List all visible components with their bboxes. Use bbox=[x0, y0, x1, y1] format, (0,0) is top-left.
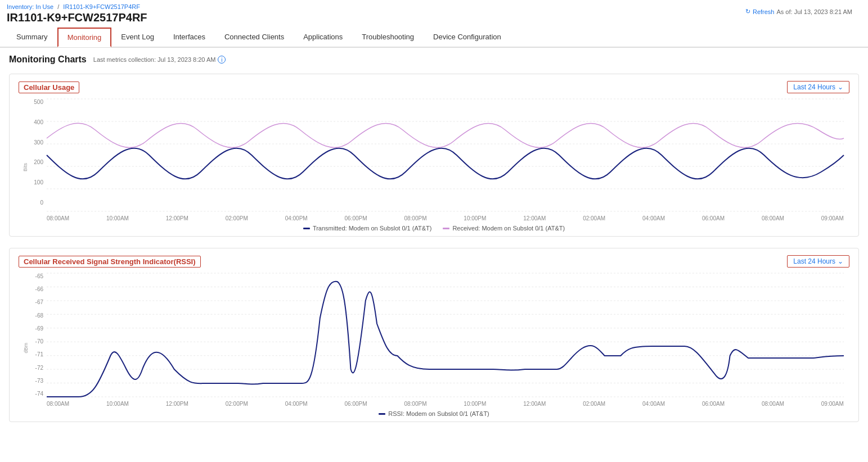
breadcrumb-inventory[interactable]: Inventory: In Use bbox=[7, 3, 53, 10]
page-wrapper: Inventory: In Use / IR1101-K9+FCW2517P4R… bbox=[0, 0, 868, 462]
chevron-down-icon-2: ⌄ bbox=[838, 257, 843, 265]
info-icon[interactable]: i bbox=[218, 56, 226, 64]
tab-applications[interactable]: Applications bbox=[294, 28, 352, 47]
legend-rssi: RSSI: Modem on Subslot 0/1 (AT&T) bbox=[379, 410, 489, 417]
tab-summary[interactable]: Summary bbox=[7, 28, 57, 47]
breadcrumb-sep1: / bbox=[57, 3, 59, 10]
main-content: Monitoring Charts Last metrics collectio… bbox=[0, 48, 868, 440]
chart-legend-2: RSSI: Modem on Subslot 0/1 (AT&T) bbox=[19, 410, 849, 417]
metrics-text: Last metrics collection: Jul 13, 2023 8:… bbox=[93, 56, 216, 63]
rssi-line bbox=[47, 282, 844, 397]
top-bar: Inventory: In Use / IR1101-K9+FCW2517P4R… bbox=[0, 0, 868, 47]
x-axis-labels-1: 08:00AM 10:00AM 12:00PM 02:00PM 04:00PM … bbox=[47, 215, 844, 221]
legend-dot-rssi bbox=[379, 413, 385, 415]
legend-dot-transmitted bbox=[303, 228, 310, 229]
time-selector-label-2: Last 24 Hours bbox=[793, 257, 835, 265]
breadcrumb: Inventory: In Use / IR1101-K9+FCW2517P4R… bbox=[7, 3, 861, 10]
legend-label-rssi: RSSI: Modem on Subslot 0/1 (AT&T) bbox=[388, 410, 489, 417]
refresh-bar: ↻ Refresh As of: Jul 13, 2023 8:21 AM bbox=[745, 8, 852, 15]
tab-monitoring[interactable]: Monitoring bbox=[57, 28, 112, 47]
rssi-time-selector[interactable]: Last 24 Hours ⌄ bbox=[787, 255, 849, 268]
y-axis-labels-2: -65 -66 -67 -68 -69 -70 -71 -72 -73 -74 bbox=[22, 273, 43, 397]
refresh-icon: ↻ bbox=[745, 8, 750, 15]
transmitted-line bbox=[47, 148, 844, 179]
y-axis-labels-1: 500 400 300 200 100 0 bbox=[22, 99, 43, 206]
chart-legend-1: Transmitted: Modem on Subslot 0/1 (AT&T)… bbox=[19, 225, 849, 232]
cellular-usage-time-selector[interactable]: Last 24 Hours ⌄ bbox=[787, 81, 849, 93]
tab-connected-clients[interactable]: Connected Clients bbox=[215, 28, 294, 47]
cellular-usage-svg bbox=[47, 99, 844, 211]
legend-label-transmitted: Transmitted: Modem on Subslot 0/1 (AT&T) bbox=[313, 225, 432, 232]
cellular-usage-title: Cellular Usage bbox=[19, 81, 79, 93]
refresh-button[interactable]: Refresh bbox=[753, 8, 775, 15]
tab-interfaces[interactable]: Interfaces bbox=[164, 28, 215, 47]
cellular-usage-chart: Cellular Usage Last 24 Hours ⌄ Bits 500 … bbox=[9, 74, 859, 237]
refresh-timestamp: As of: Jul 13, 2023 8:21 AM bbox=[776, 8, 852, 15]
tab-device-config[interactable]: Device Configuration bbox=[424, 28, 511, 47]
device-title: IR1101-K9+FCW2517P4RF bbox=[7, 11, 861, 24]
x-axis-labels-2: 08:00AM 10:00AM 12:00PM 02:00PM 04:00PM … bbox=[47, 401, 844, 407]
nav-tabs: Summary Monitoring Event Log Interfaces … bbox=[7, 28, 861, 47]
chart-header-1: Cellular Usage Last 24 Hours ⌄ bbox=[19, 81, 849, 93]
metrics-info: Last metrics collection: Jul 13, 2023 8:… bbox=[93, 56, 226, 64]
breadcrumb-device[interactable]: IR1101-K9+FCW2517P4RF bbox=[63, 3, 140, 10]
tab-event-log[interactable]: Event Log bbox=[111, 28, 164, 47]
legend-dot-received bbox=[443, 228, 449, 229]
legend-label-received: Received: Modem on Subslot 0/1 (AT&T) bbox=[452, 225, 565, 232]
chart-header-2: Cellular Received Signal Strength Indica… bbox=[19, 255, 849, 268]
legend-received: Received: Modem on Subslot 0/1 (AT&T) bbox=[443, 225, 565, 232]
rssi-svg bbox=[47, 273, 844, 397]
tab-troubleshooting[interactable]: Troubleshooting bbox=[352, 28, 424, 47]
rssi-chart: Cellular Received Signal Strength Indica… bbox=[9, 248, 859, 422]
chevron-down-icon-1: ⌄ bbox=[838, 83, 843, 91]
time-selector-label-1: Last 24 Hours bbox=[793, 83, 835, 91]
section-title: Monitoring Charts bbox=[9, 55, 87, 65]
section-header: Monitoring Charts Last metrics collectio… bbox=[9, 55, 859, 65]
rssi-title: Cellular Received Signal Strength Indica… bbox=[19, 256, 201, 268]
legend-transmitted: Transmitted: Modem on Subslot 0/1 (AT&T) bbox=[303, 225, 432, 232]
